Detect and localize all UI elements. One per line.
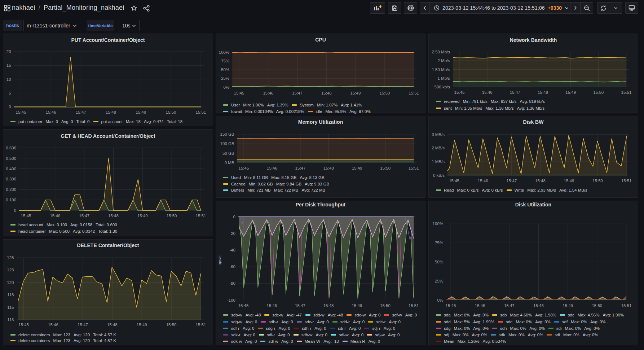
svg-text:15:46: 15:46 <box>48 323 58 327</box>
svg-text:0 MB: 0 MB <box>225 161 234 165</box>
svg-text:125: 125 <box>7 255 14 260</box>
svg-text:0%: 0% <box>224 85 230 89</box>
svg-text:15:45: 15:45 <box>21 214 31 218</box>
svg-text:1 Mb/s: 1 Mb/s <box>437 76 450 80</box>
svg-text:15:47: 15:47 <box>292 91 303 95</box>
svg-text:15:50: 15:50 <box>380 166 391 170</box>
svg-text:120: 120 <box>7 280 14 285</box>
svg-text:15:46: 15:46 <box>46 110 56 114</box>
svg-text:1 MB/s: 1 MB/s <box>432 159 445 164</box>
svg-text:0.400: 0.400 <box>6 167 16 171</box>
svg-text:115: 115 <box>7 305 14 310</box>
svg-text:15:51: 15:51 <box>196 110 206 114</box>
svg-text:15:50: 15:50 <box>380 303 391 308</box>
svg-text:50%: 50% <box>221 67 229 72</box>
svg-text:0 kB/s: 0 kB/s <box>433 173 445 178</box>
svg-text:20: 20 <box>6 49 11 54</box>
svg-text:0.500: 0.500 <box>6 156 16 161</box>
svg-text:15:51: 15:51 <box>409 91 419 95</box>
svg-text:15:48: 15:48 <box>533 303 544 308</box>
svg-text:3 MB/s: 3 MB/s <box>432 132 445 137</box>
svg-text:15:49: 15:49 <box>350 91 361 95</box>
svg-text:10: 10 <box>6 77 11 82</box>
svg-text:15:48: 15:48 <box>323 303 334 308</box>
svg-text:15:48: 15:48 <box>107 323 118 327</box>
svg-text:15:45: 15:45 <box>446 303 456 308</box>
svg-text:150 GB: 150 GB <box>220 132 234 136</box>
svg-text:100%: 100% <box>219 50 229 54</box>
svg-text:-20: -20 <box>229 231 235 236</box>
svg-text:15:49: 15:49 <box>352 166 362 170</box>
svg-text:15:45: 15:45 <box>449 179 459 183</box>
svg-text:15:50: 15:50 <box>592 303 602 308</box>
svg-text:113: 113 <box>7 318 14 322</box>
svg-text:15:49: 15:49 <box>352 303 362 308</box>
svg-text:15:50: 15:50 <box>166 323 177 327</box>
svg-text:75%: 75% <box>435 241 443 245</box>
svg-text:118: 118 <box>7 293 14 297</box>
svg-text:25%: 25% <box>221 76 229 80</box>
svg-text:-80: -80 <box>229 281 235 285</box>
svg-text:15:49: 15:49 <box>564 179 574 183</box>
svg-text:15:45: 15:45 <box>239 166 249 170</box>
svg-text:-40: -40 <box>229 248 235 252</box>
svg-text:15:49: 15:49 <box>137 214 148 218</box>
svg-text:15:45: 15:45 <box>454 90 465 95</box>
svg-text:100%: 100% <box>433 222 443 226</box>
svg-text:15:51: 15:51 <box>621 303 632 308</box>
svg-text:15:48: 15:48 <box>323 166 334 170</box>
svg-text:-60: -60 <box>229 264 235 269</box>
svg-text:15:47: 15:47 <box>295 303 305 308</box>
svg-text:15:46: 15:46 <box>478 179 488 183</box>
svg-text:15:46: 15:46 <box>267 166 277 170</box>
svg-text:0: 0 <box>233 215 235 219</box>
svg-text:15:48: 15:48 <box>106 110 116 114</box>
svg-text:15:50: 15:50 <box>167 214 177 218</box>
svg-text:15: 15 <box>6 63 11 67</box>
svg-text:15:49: 15:49 <box>563 303 573 308</box>
svg-text:15:48: 15:48 <box>538 90 548 95</box>
svg-text:15:51: 15:51 <box>196 323 206 327</box>
svg-text:1.50 Mb/s: 1.50 Mb/s <box>432 67 450 72</box>
svg-text:15:47: 15:47 <box>79 214 89 218</box>
svg-text:123: 123 <box>7 268 14 272</box>
svg-text:2 Mb/s: 2 Mb/s <box>437 58 450 63</box>
svg-text:75%: 75% <box>221 59 229 63</box>
svg-text:15:49: 15:49 <box>137 323 147 327</box>
svg-text:0.300: 0.300 <box>6 177 16 181</box>
svg-text:25%: 25% <box>435 279 443 283</box>
svg-text:15:46: 15:46 <box>475 303 485 308</box>
svg-text:15:51: 15:51 <box>621 179 632 183</box>
svg-text:0.100: 0.100 <box>6 198 16 202</box>
svg-text:15:51: 15:51 <box>196 214 206 218</box>
svg-text:5: 5 <box>9 91 11 95</box>
svg-text:15:47: 15:47 <box>510 90 520 95</box>
svg-text:15:50: 15:50 <box>166 110 176 114</box>
svg-text:15:51: 15:51 <box>409 303 419 308</box>
svg-text:15:49: 15:49 <box>136 110 146 114</box>
svg-text:15:50: 15:50 <box>592 179 603 183</box>
svg-text:15:47: 15:47 <box>506 179 517 183</box>
svg-text:0%: 0% <box>437 298 443 302</box>
svg-text:0.600: 0.600 <box>6 146 16 150</box>
svg-text:15:51: 15:51 <box>621 90 632 95</box>
svg-text:15:47: 15:47 <box>78 323 88 327</box>
svg-text:15:47: 15:47 <box>295 166 306 170</box>
svg-text:15:48: 15:48 <box>321 91 332 95</box>
svg-text:15:50: 15:50 <box>593 90 604 95</box>
svg-text:15:46: 15:46 <box>263 91 273 95</box>
svg-text:2 MB/s: 2 MB/s <box>432 146 445 150</box>
svg-text:15:45: 15:45 <box>18 323 29 327</box>
svg-text:15:51: 15:51 <box>409 166 419 170</box>
svg-text:ops/s: ops/s <box>217 255 222 266</box>
svg-text:15:46: 15:46 <box>482 90 493 95</box>
svg-text:2.50 Mb/s: 2.50 Mb/s <box>432 50 450 54</box>
svg-text:0: 0 <box>9 105 11 109</box>
svg-text:100 GB: 100 GB <box>220 141 234 146</box>
svg-text:0.200: 0.200 <box>6 187 16 192</box>
svg-text:50 GB: 50 GB <box>222 151 234 156</box>
svg-text:15:48: 15:48 <box>108 214 119 218</box>
svg-text:15:45: 15:45 <box>238 303 249 308</box>
svg-text:0: 0 <box>14 208 16 213</box>
svg-text:15:46: 15:46 <box>50 214 60 218</box>
